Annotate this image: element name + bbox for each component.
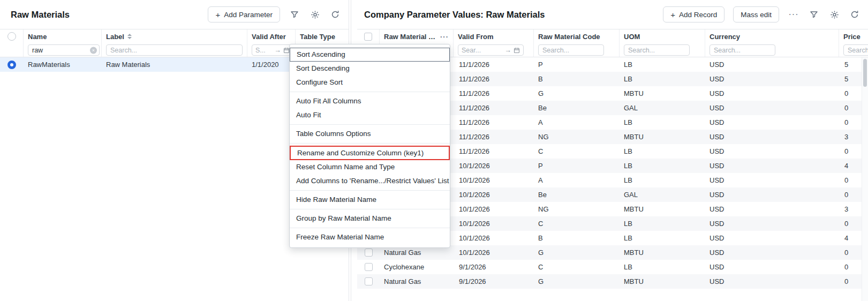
currency-search-input[interactable] — [710, 44, 775, 56]
menu-separator — [290, 92, 450, 92]
menu-item-auto-fit-all-columns[interactable]: Auto Fit All Columns — [290, 94, 450, 108]
menu-item-group-by-raw-material-name[interactable]: Group by Raw Material Name — [290, 212, 450, 225]
menu-item-rename-and-customize-column[interactable]: Rename and Customize Column (key1) — [290, 146, 450, 160]
add-parameter-label: Add Parameter — [224, 11, 273, 19]
menu-item-hide-raw-material-name[interactable]: Hide Raw Material Name — [290, 193, 450, 207]
cell-currency: USD — [705, 173, 839, 187]
cell-raw-material-code: P — [534, 57, 620, 72]
menu-item-auto-fit[interactable]: Auto Fit — [290, 108, 450, 122]
cell-currency: USD — [705, 130, 839, 144]
valid-from-date-filter[interactable]: Sear... → — [458, 44, 524, 56]
plus-icon: + — [670, 10, 675, 19]
mass-edit-button[interactable]: Mass edit — [733, 6, 779, 22]
menu-item-add-columns-to-rename-restrict-list[interactable]: Add Columns to 'Rename.../Restrict Value… — [290, 174, 450, 188]
column-header-label[interactable]: Label — [102, 29, 247, 43]
menu-item-reset-column-name-and-type[interactable]: Reset Column Name and Type — [290, 160, 450, 174]
left-grid-header: Name Label Valid After Table Type — [0, 29, 349, 43]
scrollbar-thumb[interactable] — [863, 59, 867, 87]
calendar-icon — [514, 47, 520, 54]
cell-uom: LB — [620, 72, 705, 86]
vertical-scrollbar[interactable] — [862, 57, 868, 301]
table-row[interactable]: Cyclohexane 9/1/2026 C LB USD 0 — [357, 260, 868, 274]
cell-raw-material-name: Natural Gas — [380, 274, 454, 289]
column-header-uom[interactable]: UOM — [620, 29, 705, 43]
cell-name: RawMaterials — [24, 57, 102, 72]
gear-icon[interactable] — [828, 9, 840, 20]
clear-icon[interactable]: × — [90, 47, 97, 54]
cell-raw-material-code: A — [534, 173, 620, 187]
cell-raw-material-code: G — [534, 274, 620, 289]
menu-separator — [290, 143, 450, 144]
menu-item-sort-ascending[interactable]: Sort Ascending — [290, 48, 450, 62]
left-search-label-cell — [102, 43, 247, 57]
menu-separator — [290, 190, 450, 191]
right-header-select — [357, 29, 380, 43]
left-search-valid-after-cell: S... → — [247, 43, 296, 57]
cell-currency: USD — [705, 144, 839, 159]
cell-uom: MBTU — [620, 130, 705, 144]
column-header-valid-from[interactable]: Valid From — [454, 29, 534, 43]
valid-after-date-filter[interactable]: S... → — [252, 44, 293, 56]
raw-material-code-search-input[interactable] — [538, 44, 604, 56]
name-search-input[interactable] — [28, 44, 100, 56]
refresh-icon[interactable] — [849, 9, 861, 20]
left-panel-title: Raw Materials — [11, 10, 70, 20]
price-search-input[interactable] — [843, 44, 868, 56]
more-options-icon[interactable]: ··· — [788, 9, 799, 20]
cell-valid-from: 11/1/2026 — [454, 115, 534, 130]
search-uom-cell — [620, 43, 705, 57]
menu-item-freeze-raw-material-name[interactable]: Freeze Raw Material Name — [290, 230, 450, 244]
cell-valid-from: 9/1/2026 — [454, 260, 534, 274]
add-parameter-button[interactable]: + Add Parameter — [208, 6, 280, 22]
column-header-currency[interactable]: Currency — [705, 29, 839, 43]
add-record-button[interactable]: + Add Record — [663, 6, 724, 22]
gear-icon[interactable] — [309, 9, 321, 20]
cell-uom: LB — [620, 159, 705, 173]
cell-valid-after: 1/1/2020 — [247, 57, 296, 72]
cell-uom: LB — [620, 144, 705, 159]
refresh-icon[interactable] — [329, 9, 341, 20]
row-select-cell — [357, 274, 380, 289]
row-select-cell — [0, 57, 24, 72]
column-header-table-type[interactable]: Table Type — [296, 29, 349, 43]
cell-currency: USD — [705, 231, 839, 245]
column-header-name[interactable]: Name — [24, 29, 102, 43]
cell-currency: USD — [705, 260, 839, 274]
right-titlebar: Company Parameter Values: Raw Materials … — [357, 0, 868, 29]
row-checkbox[interactable] — [365, 263, 373, 271]
cell-currency: USD — [705, 86, 839, 101]
select-all-checkbox[interactable] — [364, 33, 372, 41]
select-all-radio — [7, 32, 16, 41]
cell-raw-material-code: Be — [534, 187, 620, 202]
uom-search-input[interactable] — [624, 44, 690, 56]
row-checkbox[interactable] — [365, 277, 373, 285]
cell-uom: MBTU — [620, 274, 705, 289]
cell-currency: USD — [705, 274, 839, 289]
column-header-raw-material-code[interactable]: Raw Material Code — [534, 29, 620, 43]
cell-currency: USD — [705, 115, 839, 130]
column-header-price[interactable]: Price — [839, 29, 868, 43]
menu-item-configure-sort[interactable]: Configure Sort — [290, 76, 450, 89]
cell-valid-from: 10/1/2026 — [454, 173, 534, 187]
menu-item-sort-descending[interactable]: Sort Descending — [290, 62, 450, 76]
filter-icon[interactable] — [808, 9, 820, 20]
row-checkbox[interactable] — [365, 249, 373, 257]
cell-label: Raw Materials — [102, 57, 247, 72]
context-menu: Sort Ascending Sort Descending Configure… — [289, 44, 450, 248]
table-row[interactable]: Natural Gas 9/1/2026 G MBTU USD 0 — [357, 274, 868, 289]
cell-uom: LB — [620, 260, 705, 274]
menu-item-table-columns-options[interactable]: Table Columns Options — [290, 127, 450, 141]
row-select-cell — [357, 260, 380, 274]
cell-raw-material-code: G — [534, 245, 620, 260]
cell-raw-material-code: C — [534, 260, 620, 274]
column-header-valid-after[interactable]: Valid After — [247, 29, 296, 43]
column-header-raw-material-name[interactable]: Raw Material Name ··· — [380, 29, 454, 43]
label-search-input[interactable] — [106, 44, 243, 56]
column-menu-icon[interactable]: ··· — [440, 32, 449, 41]
cell-valid-from: 10/1/2026 — [454, 159, 534, 173]
search-valid-from-cell: Sear... → — [454, 43, 534, 57]
left-header-select — [0, 29, 24, 43]
row-radio-selected[interactable] — [7, 61, 16, 69]
filter-icon[interactable] — [289, 9, 300, 20]
mass-edit-label: Mass edit — [741, 11, 772, 19]
